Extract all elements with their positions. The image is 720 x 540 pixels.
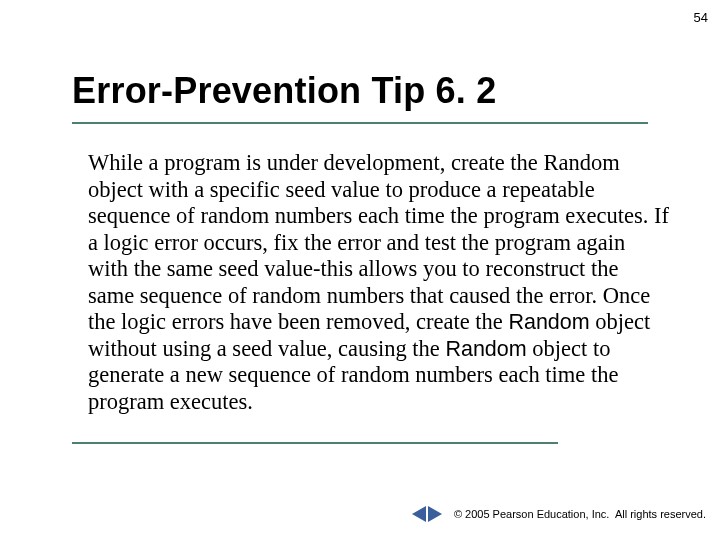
code-random-1: Random (508, 310, 589, 334)
divider-bottom (72, 442, 558, 444)
footer: © 2005 Pearson Education, Inc. All right… (412, 506, 706, 522)
prev-arrow-icon[interactable] (412, 506, 426, 522)
body-part1: While a program is under development, cr… (88, 150, 669, 334)
copyright-text: © 2005 Pearson Education, Inc. All right… (454, 508, 706, 520)
copyright-rest: 2005 Pearson Education, Inc. All rights … (462, 508, 706, 520)
code-random-2: Random (445, 337, 526, 361)
divider-top (72, 122, 648, 124)
page-number: 54 (694, 10, 708, 25)
copyright-symbol: © (454, 508, 462, 520)
slide-container: 54 Error-Prevention Tip 6. 2 While a pro… (0, 0, 720, 540)
slide-title: Error-Prevention Tip 6. 2 (72, 70, 496, 112)
body-text: While a program is under development, cr… (88, 150, 670, 415)
next-arrow-icon[interactable] (428, 506, 442, 522)
nav-arrows (412, 506, 442, 522)
